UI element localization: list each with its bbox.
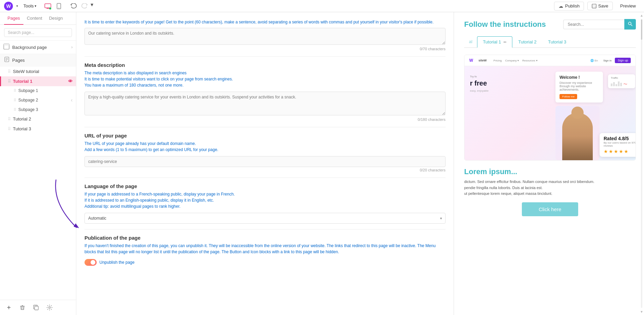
tab-content[interactable]: Content — [23, 12, 46, 25]
publication-intro: If you haven't finished the creation of … — [84, 243, 446, 255]
svg-point-16 — [49, 307, 51, 309]
scroll-down-btn[interactable]: ▼ — [639, 309, 644, 315]
welcome-sub: Discover my experiencethrough my website… — [560, 81, 599, 91]
edit-pencil-icon: ✏ — [504, 40, 507, 44]
page-item-subpage2[interactable]: ⠿ Subpage 2 ‹ — [0, 95, 76, 105]
publication-title: Publication of the page — [84, 235, 446, 241]
url-title: URL of your page — [84, 133, 446, 138]
pages-section-header: Pages — [0, 54, 76, 67]
preview-search-input[interactable] — [563, 20, 624, 29]
page-label: SiteW tutorial — [13, 69, 39, 74]
page-item-tutorial3[interactable]: ⠿ Tutorial 3 — [0, 124, 76, 134]
tab-design[interactable]: Design — [45, 12, 66, 25]
page-item-sitew-tutorial[interactable]: ⠿ SiteW tutorial — [0, 67, 76, 76]
background-page-label: Background page — [12, 45, 47, 50]
svg-rect-6 — [593, 4, 595, 5]
language-select[interactable]: Automatic English French Spanish German — [84, 213, 446, 224]
drag-handle: ⠿ — [8, 127, 11, 131]
logo-button[interactable]: W — [4, 2, 13, 11]
page-item-tutorial1[interactable]: ⠿ Tutorial 1 👁 — [0, 76, 76, 86]
copy-icon — [33, 304, 39, 311]
topbar: W ▾ Tools ▾ ▾ ☁ Publish Save Pr — [0, 0, 644, 12]
page-item-tutorial2[interactable]: ⠿ Tutorial 2 — [0, 114, 76, 124]
mockup-signup-btn[interactable]: Sign up — [615, 58, 631, 63]
mockup-hero-title: r free — [470, 79, 550, 87]
unpublish-label: Unpublish the page — [99, 260, 134, 265]
person-body — [562, 113, 593, 160]
mockup-lang[interactable]: 🌐 En — [590, 59, 598, 62]
meta-description-input[interactable] — [84, 92, 446, 115]
preview-tab-tutorial1[interactable]: Tutorial 1 ✏ — [477, 36, 512, 48]
traffic-line-icon: 〜 — [623, 82, 627, 86]
preview-search-bar — [563, 19, 636, 30]
tools-menu[interactable]: Tools ▾ — [23, 3, 36, 8]
meta-description-char-count: 0/180 characters — [84, 117, 446, 122]
bar3 — [615, 84, 617, 86]
svg-rect-0 — [45, 4, 51, 8]
redo-button[interactable] — [80, 1, 89, 11]
mockup-nav: W siteW Pricing Company ▾ Resources ▾ 🌐 … — [465, 55, 636, 66]
preview-search-button[interactable] — [624, 19, 636, 30]
publish-label: Publish — [565, 3, 580, 8]
scrollbar-thumb — [641, 19, 642, 40]
duplicate-page-button[interactable] — [31, 303, 41, 312]
collapse-subpages-btn[interactable]: ‹ — [71, 97, 73, 103]
welcome-title: Welcome ! — [560, 75, 599, 80]
center-content: It is time to enter the keywords of your… — [76, 12, 454, 315]
more-button[interactable]: ▾ — [91, 1, 93, 11]
preview-tab-tutorial2[interactable]: Tutorial 2 — [512, 36, 542, 48]
svg-rect-7 — [592, 6, 596, 8]
right-preview-panel: ▲ ▼ Follow the instructions al — [454, 12, 644, 315]
page-settings-button[interactable] — [45, 303, 54, 312]
desktop-icon[interactable] — [43, 1, 53, 11]
tools-caret: ▾ — [35, 4, 36, 8]
undo-redo-group: ▾ — [69, 1, 93, 11]
svg-rect-9 — [4, 44, 9, 45]
pages-section-label: Pages — [12, 58, 25, 63]
topbar-right-actions: ☁ Publish Save Preview — [554, 2, 640, 11]
pages-section-icon — [4, 57, 10, 63]
add-page-button[interactable]: + — [4, 303, 14, 312]
mockup-hero-image-area: Welcome ! Discover my experiencethrough … — [555, 72, 630, 160]
mockup-hero-label: Try fo — [470, 75, 550, 78]
delete-page-button[interactable] — [18, 303, 27, 312]
mockup-nav-link1[interactable]: Pricing — [493, 59, 501, 62]
search-page-input[interactable] — [4, 28, 72, 37]
url-char-count: 0/20 characters — [84, 168, 446, 172]
page-item-subpage3[interactable]: ⠿ Subpage 3 — [0, 105, 76, 114]
welcome-follow-btn[interactable]: Follow me — [560, 94, 577, 99]
mockup-nav-link3[interactable]: Resources ▾ — [522, 59, 537, 62]
mockup-signin[interactable]: Sign in — [603, 59, 611, 62]
undo-button[interactable] — [69, 1, 78, 11]
meta-title-input[interactable] — [84, 28, 446, 45]
url-intro: The URL of your page already has your de… — [84, 141, 446, 153]
rating-score: Rated 4.8/5 — [604, 136, 636, 141]
scroll-up-btn[interactable]: ▲ — [639, 12, 644, 19]
main-layout: Pages Content Design Background page › P… — [0, 12, 644, 315]
page-item-subpage1[interactable]: ⠿ Subpage 1 — [0, 86, 76, 95]
delete-icon — [19, 304, 25, 311]
language-title: Language of the page — [84, 183, 446, 189]
tab-pages[interactable]: Pages — [4, 12, 23, 25]
drag-handle: ⠿ — [14, 98, 16, 103]
save-label: Save — [598, 3, 608, 8]
publish-button[interactable]: ☁ Publish — [554, 2, 584, 11]
mockup-nav-link2[interactable]: Company ▾ — [505, 59, 519, 62]
save-button[interactable]: Save — [587, 2, 613, 10]
logo-dropdown-caret[interactable]: ▾ — [16, 4, 18, 8]
url-input[interactable] — [84, 156, 446, 167]
lorem-text: dictum. Sed ornare efficitur finibus. Nu… — [464, 179, 636, 197]
lorem-title: Lorem ipsum... — [464, 167, 636, 176]
sidebar-search-container — [0, 25, 76, 41]
language-select-wrap: Automatic English French Spanish German … — [84, 213, 446, 224]
preview-tab-partial[interactable]: al — [464, 36, 477, 47]
background-page-item[interactable]: Background page › — [0, 41, 76, 54]
mobile-icon[interactable] — [54, 1, 63, 11]
click-here-button[interactable]: Click here — [522, 202, 579, 216]
unpublish-toggle[interactable] — [84, 259, 97, 266]
mockup-hero: Try fo r free easy, enjoyable Welcome ! … — [465, 66, 636, 160]
preview-button[interactable]: Preview — [616, 2, 640, 10]
preview-tab-tutorial3[interactable]: Tutorial 3 — [542, 36, 572, 48]
meta-title-intro: It is time to enter the keywords of your… — [84, 19, 446, 25]
preview-header: Follow the instructions — [464, 19, 636, 30]
